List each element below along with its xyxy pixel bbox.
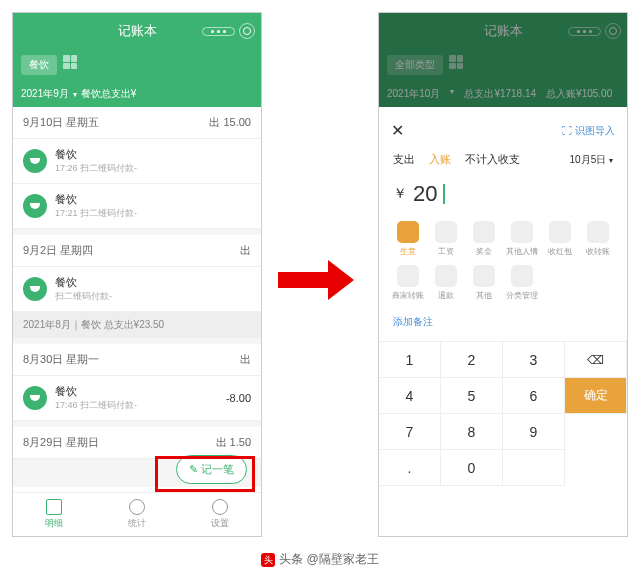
category-icon [511,265,533,287]
grid-icon[interactable] [449,55,463,69]
close-icon[interactable]: ✕ [391,121,404,140]
clock-icon [129,499,145,515]
grid-icon[interactable] [63,55,77,69]
key-0[interactable]: 0 [441,450,503,486]
memo-button[interactable]: 添加备注 [389,309,617,335]
category-0[interactable]: 生意 [389,217,427,261]
key-3[interactable]: 3 [503,342,565,378]
list-item[interactable]: 餐饮17:21 扫二维码付款- [13,184,261,229]
category-grid: 生意工资奖金其他人情收红包收转账商家转账退款其他分类管理 [389,213,617,309]
summary-bar[interactable]: 2021年9月▾ 餐饮总支出¥ [13,81,261,107]
source-icon: 头 [261,553,275,567]
category-3[interactable]: 其他人情 [503,217,541,261]
key-empty[interactable] [503,450,565,486]
entry-sheet: ✕ ⛶识图导入 支出 入账 不计入收支 10月5日 ▾ ￥ 20 生意工资奖金其… [379,107,627,536]
header: 记账本 [13,13,261,49]
gear-icon [212,499,228,515]
category-icon [435,265,457,287]
chevron-down-icon: ▾ [73,90,77,99]
list-item[interactable]: 餐饮17:46 扫二维码付款--8.00 [13,376,261,421]
tab-settings[interactable]: 设置 [178,493,261,536]
key-6[interactable]: 6 [503,378,565,414]
date-picker[interactable]: 10月5日 ▾ [570,153,613,167]
header: 记账本 [379,13,627,49]
category-4[interactable]: 收红包 [541,217,579,261]
key-confirm[interactable]: 确定 [565,378,627,414]
category-icon [397,221,419,243]
category-2[interactable]: 奖金 [465,217,503,261]
currency-symbol: ￥ [393,185,407,203]
category-8[interactable]: 其他 [465,261,503,305]
key-dot[interactable]: . [379,450,441,486]
food-icon [23,149,47,173]
tab-expense[interactable]: 支出 [393,152,415,167]
summary-month: 2021年9月 [21,87,69,101]
filter-bar: 餐饮 [13,49,261,81]
food-icon [23,194,47,218]
category-icon [549,221,571,243]
right-phone: 记账本 全部类型 2021年10月▾总支出¥1718.14总入账¥105.00 … [378,12,628,537]
day-header: 9月10日 星期五出 15.00 [13,107,261,139]
category-icon [435,221,457,243]
key-7[interactable]: 7 [379,414,441,450]
key-4[interactable]: 4 [379,378,441,414]
filter-chip[interactable]: 全部类型 [387,55,443,75]
highlight-box [155,456,255,492]
category-1[interactable]: 工资 [427,217,465,261]
tab-excluded[interactable]: 不计入收支 [465,152,520,167]
transaction-list[interactable]: 9月10日 星期五出 15.00 餐饮17:26 扫二维码付款- 餐饮17:21… [13,107,261,487]
summary-bar: 2021年10月▾总支出¥1718.14总入账¥105.00 [379,81,627,107]
filter-chip[interactable]: 餐饮 [21,55,57,75]
list-item[interactable]: 餐饮扫二维码付款- [13,267,261,312]
target-icon[interactable] [239,23,255,39]
key-backspace[interactable] [565,342,627,378]
day-header: 8月30日 星期一出 [13,344,261,376]
month-bar: 2021年8月｜餐饮 总支出¥23.50 [13,312,261,338]
amount-input[interactable]: ￥ 20 [389,175,617,213]
key-5[interactable]: 5 [441,378,503,414]
category-icon [587,221,609,243]
key-1[interactable]: 1 [379,342,441,378]
app-title: 记账本 [118,22,157,40]
import-button[interactable]: ⛶识图导入 [562,124,615,138]
category-6[interactable]: 商家转账 [389,261,427,305]
category-icon [397,265,419,287]
header-buttons [202,23,255,39]
category-5[interactable]: 收转账 [579,217,617,261]
category-7[interactable]: 退款 [427,261,465,305]
list-icon [46,499,62,515]
filter-bar: 全部类型 [379,49,627,81]
caption: 头头条 @隔壁家老王 [0,551,640,568]
category-9[interactable]: 分类管理 [503,261,541,305]
tab-stats[interactable]: 统计 [96,493,179,536]
category-icon [473,265,495,287]
left-phone: 记账本 餐饮 2021年9月▾ 餐饮总支出¥ 9月10日 星期五出 15.00 … [12,12,262,537]
list-item[interactable]: 餐饮17:26 扫二维码付款- [13,139,261,184]
key-9[interactable]: 9 [503,414,565,450]
tab-bar: 明细 统计 设置 [13,492,261,536]
key-8[interactable]: 8 [441,414,503,450]
keypad: 123456确定789.0 [379,341,627,486]
more-icon[interactable] [568,27,601,36]
amount-value: 20 [413,181,437,207]
app-title: 记账本 [484,22,523,40]
entry-type-tabs: 支出 入账 不计入收支 10月5日 ▾ [389,144,617,175]
category-icon [473,221,495,243]
more-icon[interactable] [202,27,235,36]
dimmed-background: 记账本 全部类型 2021年10月▾总支出¥1718.14总入账¥105.00 [379,13,627,107]
tab-detail[interactable]: 明细 [13,493,96,536]
scan-icon: ⛶ [562,125,572,136]
cursor [443,184,445,204]
food-icon [23,386,47,410]
target-icon[interactable] [605,23,621,39]
key-2[interactable]: 2 [441,342,503,378]
day-header: 9月2日 星期四出 [13,235,261,267]
summary-text: 餐饮总支出¥ [81,87,137,101]
chevron-down-icon: ▾ [609,156,613,165]
arrow-icon [278,260,358,300]
food-icon [23,277,47,301]
category-icon [511,221,533,243]
tab-income[interactable]: 入账 [429,152,451,167]
